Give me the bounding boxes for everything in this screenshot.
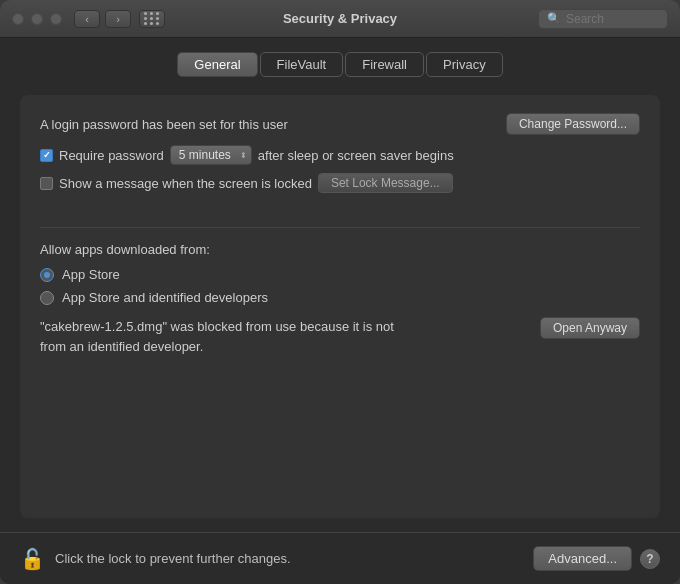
lock-icon[interactable]: 🔓 — [20, 547, 45, 571]
dropdown-value: 5 minutes — [179, 148, 231, 162]
chevron-down-icon: ⬍ — [240, 151, 247, 160]
maximize-button[interactable] — [50, 13, 62, 25]
tab-bar: General FileVault Firewall Privacy — [20, 52, 660, 77]
bottom-bar: 🔓 Click the lock to prevent further chan… — [0, 532, 680, 584]
search-input[interactable] — [566, 12, 659, 26]
show-message-row: Show a message when the screen is locked… — [40, 173, 640, 193]
app-store-developers-label: App Store and identified developers — [62, 290, 268, 305]
open-anyway-button[interactable]: Open Anyway — [540, 317, 640, 339]
forward-button[interactable]: › — [105, 10, 131, 28]
require-password-after-text: after sleep or screen saver begins — [258, 148, 454, 163]
require-password-row: Require password 5 minutes ⬍ after sleep… — [40, 145, 640, 165]
blocked-app-row: "cakebrew-1.2.5.dmg" was blocked from us… — [40, 317, 640, 356]
search-icon: 🔍 — [547, 12, 561, 25]
close-button[interactable] — [12, 13, 24, 25]
app-store-radio-row: App Store — [40, 267, 640, 282]
minimize-button[interactable] — [31, 13, 43, 25]
show-message-label: Show a message when the screen is locked — [59, 176, 312, 191]
change-password-button[interactable]: Change Password... — [506, 113, 640, 135]
bottom-right-buttons: Advanced... ? — [533, 546, 660, 571]
app-store-radio[interactable] — [40, 268, 54, 282]
tab-filevault[interactable]: FileVault — [260, 52, 344, 77]
tab-general[interactable]: General — [177, 52, 257, 77]
set-lock-message-button[interactable]: Set Lock Message... — [318, 173, 453, 193]
section-divider — [40, 227, 640, 228]
main-window: ‹ › Security & Privacy 🔍 General FileVau… — [0, 0, 680, 584]
login-text: A login password has been set for this u… — [40, 117, 288, 132]
app-store-developers-radio[interactable] — [40, 291, 54, 305]
apps-section: Allow apps downloaded from: App Store Ap… — [40, 242, 640, 504]
content-area: General FileVault Firewall Privacy A log… — [0, 38, 680, 518]
lock-area: 🔓 Click the lock to prevent further chan… — [20, 547, 291, 571]
allow-apps-label: Allow apps downloaded from: — [40, 242, 640, 257]
grid-button[interactable] — [139, 10, 165, 28]
search-box[interactable]: 🔍 — [538, 9, 668, 29]
require-password-label: Require password — [59, 148, 164, 163]
app-store-label: App Store — [62, 267, 120, 282]
nav-buttons: ‹ › — [74, 10, 131, 28]
tab-privacy[interactable]: Privacy — [426, 52, 503, 77]
app-store-developers-radio-row: App Store and identified developers — [40, 290, 640, 305]
login-section: A login password has been set for this u… — [40, 113, 640, 201]
back-button[interactable]: ‹ — [74, 10, 100, 28]
title-bar: ‹ › Security & Privacy 🔍 — [0, 0, 680, 38]
grid-icon — [144, 12, 160, 25]
traffic-lights — [12, 13, 62, 25]
blocked-app-text: "cakebrew-1.2.5.dmg" was blocked from us… — [40, 317, 420, 356]
help-button[interactable]: ? — [640, 549, 660, 569]
login-row: A login password has been set for this u… — [40, 113, 640, 135]
lock-message: Click the lock to prevent further change… — [55, 551, 291, 566]
window-title: Security & Privacy — [283, 11, 397, 26]
require-password-checkbox[interactable] — [40, 149, 53, 162]
tab-firewall[interactable]: Firewall — [345, 52, 424, 77]
password-timeout-dropdown[interactable]: 5 minutes ⬍ — [170, 145, 252, 165]
advanced-button[interactable]: Advanced... — [533, 546, 632, 571]
settings-panel: A login password has been set for this u… — [20, 95, 660, 518]
show-message-checkbox[interactable] — [40, 177, 53, 190]
